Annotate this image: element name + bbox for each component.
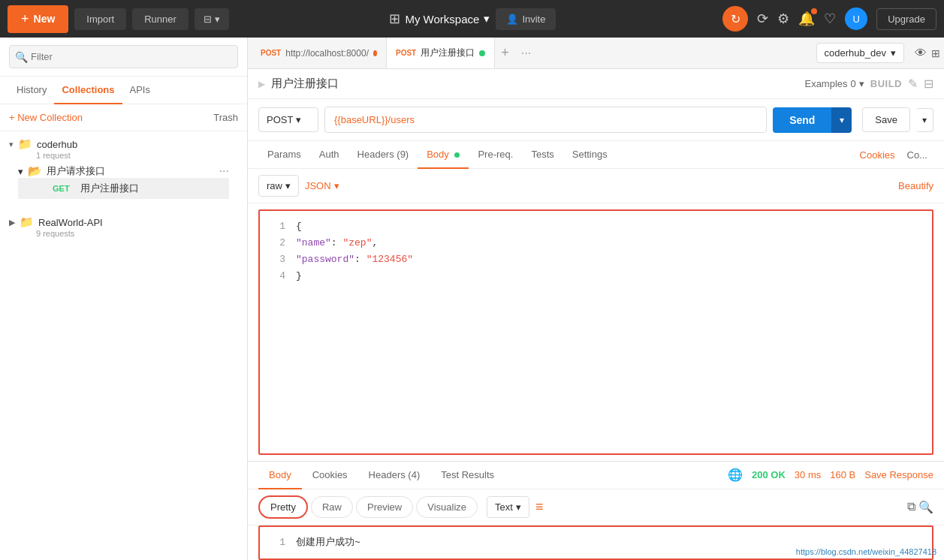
code-line-4: 4 } <box>270 268 921 285</box>
save-dropdown-button[interactable]: ▾ <box>916 108 933 132</box>
code-link[interactable]: Co... <box>901 142 933 168</box>
format-raw-button[interactable]: Raw <box>311 496 353 518</box>
new-button[interactable]: + New <box>8 5 68 33</box>
format-visualize-button[interactable]: Visualize <box>416 496 478 518</box>
workspace-label: My Workspace <box>405 13 479 26</box>
sidebar-tab-collections[interactable]: Collections <box>54 77 122 104</box>
folder-header[interactable]: ▾ 📂 用户请求接口 ··· <box>18 164 229 178</box>
response-time: 30 ms <box>795 469 821 480</box>
tab-more-button[interactable]: ··· <box>515 47 537 60</box>
subfolder-icon: 📂 <box>28 164 42 178</box>
body-area: raw ▾ JSON ▾ Beautify 1 { 2 "name": "zep… <box>248 169 944 461</box>
format-pretty-button[interactable]: Pretty <box>258 495 308 519</box>
satellite-icon-button[interactable]: ⟳ <box>757 11 768 27</box>
request-item[interactable]: GET 用户注册接口 <box>18 178 229 199</box>
invite-label: Invite <box>522 14 545 25</box>
folder-icon-2: 📁 <box>20 215 34 229</box>
examples-button[interactable]: Examples 0 ▾ <box>804 78 864 89</box>
collection-item-coderhub: ▾ 📁 coderhub 1 request ▾ 📂 用户请求接口 ··· <box>0 131 247 209</box>
layout-button[interactable]: ⊟ ▾ <box>195 8 229 30</box>
arrow-icon-2: ▶ <box>9 218 15 227</box>
sidebar: 🔍 History Collections APIs + New Collect… <box>0 38 248 560</box>
settings-icon-button[interactable]: ⚙ <box>777 11 789 27</box>
workspace-icon: ⊞ <box>389 11 400 27</box>
send-dropdown-button[interactable]: ▾ <box>831 107 852 133</box>
body-format-arrow: ▾ <box>285 180 291 191</box>
tab-name-localhost: http://localhost:8000/ <box>285 48 369 59</box>
body-type-select[interactable]: JSON ▾ <box>305 180 339 191</box>
tab-post-localhost[interactable]: POST http://localhost:8000/ <box>252 38 387 68</box>
collection-header-coderhub[interactable]: ▾ 📁 coderhub <box>9 137 238 151</box>
import-button[interactable]: Import <box>74 8 126 30</box>
collection-name-2: RealWorld-API <box>38 217 103 228</box>
tab-name-register: 用户注册接口 <box>421 47 475 59</box>
bell-icon-button[interactable]: 🔔 <box>798 11 815 27</box>
code-editor[interactable]: 1 { 2 "name": "zep", 3 "password": "1234… <box>258 209 933 455</box>
collection-sub-2: 9 requests <box>9 229 238 238</box>
new-collection-button[interactable]: + New Collection <box>9 112 83 123</box>
topbar-icons: ↻ ⟳ ⚙ 🔔 ♡ U Upgrade <box>722 6 936 32</box>
invite-button[interactable]: 👤 Invite <box>496 8 556 30</box>
workspace-button[interactable]: ⊞ My Workspace ▾ <box>389 11 490 27</box>
req-tab-settings[interactable]: Settings <box>563 141 617 169</box>
folder-item: ▾ 📂 用户请求接口 ··· GET 用户注册接口 <box>9 160 238 203</box>
text-type-select[interactable]: Text ▾ <box>487 496 529 518</box>
sidebar-search: 🔍 <box>0 38 247 77</box>
env-selector[interactable]: coderhub_dev ▾ <box>816 43 904 63</box>
folder-icon: 📁 <box>18 137 32 151</box>
req-tab-prereq[interactable]: Pre-req. <box>469 141 522 169</box>
edit-button[interactable]: ✎ <box>908 77 918 91</box>
examples-count: 0 <box>851 78 856 89</box>
req-tab-body[interactable]: Body <box>418 141 469 169</box>
save-response-button[interactable]: Save Response <box>864 469 933 480</box>
send-button[interactable]: Send <box>773 107 831 133</box>
collection-header-realworld[interactable]: ▶ 📁 RealWorld-API <box>9 215 238 229</box>
body-type-arrow: ▾ <box>334 180 339 191</box>
runner-button[interactable]: Runner <box>132 8 188 30</box>
request-header: ▶ 用户注册接口 Examples 0 ▾ BUILD ✎ ⊟ <box>248 69 944 99</box>
search-input[interactable] <box>9 45 238 68</box>
heart-icon-button[interactable]: ♡ <box>824 11 836 27</box>
trash-button[interactable]: Trash <box>213 112 238 123</box>
response-tab-body[interactable]: Body <box>258 462 302 489</box>
beautify-button[interactable]: Beautify <box>898 180 933 191</box>
response-tab-headers[interactable]: Headers (4) <box>358 462 431 489</box>
sidebar-tab-history[interactable]: History <box>9 77 54 104</box>
tab-add-button[interactable]: + <box>495 45 515 61</box>
main-layout: 🔍 History Collections APIs + New Collect… <box>0 38 944 560</box>
format-preview-button[interactable]: Preview <box>356 496 413 518</box>
arrow-icon: ▾ <box>9 140 14 149</box>
wrap-button[interactable]: ≡ <box>532 496 547 518</box>
eye-button[interactable]: 👁 <box>910 47 931 60</box>
req-tab-auth[interactable]: Auth <box>310 141 348 169</box>
content-area: POST http://localhost:8000/ POST 用户注册接口 … <box>248 38 944 560</box>
sidebar-tab-apis[interactable]: APIs <box>122 77 158 104</box>
method-value: POST <box>267 114 293 125</box>
cookies-link[interactable]: Cookies <box>854 142 901 168</box>
folder-left: ▾ 📂 用户请求接口 <box>18 164 105 178</box>
save-button[interactable]: Save <box>862 107 910 132</box>
upgrade-button[interactable]: Upgrade <box>876 8 936 30</box>
response-tab-cookies[interactable]: Cookies <box>302 462 358 489</box>
req-tab-headers[interactable]: Headers (9) <box>348 141 418 169</box>
body-format-select[interactable]: raw ▾ <box>258 175 299 197</box>
copy-response-button[interactable]: ⧉ <box>907 500 915 513</box>
req-tab-tests[interactable]: Tests <box>522 141 562 169</box>
response-tab-test-results[interactable]: Test Results <box>430 462 505 489</box>
folder-more-button[interactable]: ··· <box>219 164 229 178</box>
build-button[interactable]: BUILD <box>870 78 902 89</box>
code-line-2: 2 "name": "zep", <box>270 235 921 251</box>
copy-button[interactable]: ⊟ <box>924 77 933 91</box>
request-arrow: ▶ <box>258 79 265 89</box>
globe-button[interactable]: 🌐 <box>728 468 743 482</box>
avatar-button[interactable]: U <box>845 8 867 30</box>
tab-post-register[interactable]: POST 用户注册接口 <box>387 38 495 68</box>
search-response-button[interactable]: 🔍 <box>918 500 933 514</box>
response-body-toolbar: Pretty Raw Preview Visualize Text ▾ ≡ ⧉ … <box>248 489 944 525</box>
req-tab-params[interactable]: Params <box>258 141 310 169</box>
method-select[interactable]: POST ▾ <box>258 107 318 132</box>
info-button[interactable]: ⊞ <box>931 47 940 59</box>
url-input[interactable] <box>324 107 767 133</box>
search-icon: 🔍 <box>15 51 28 63</box>
refresh-icon-button[interactable]: ↻ <box>722 6 748 32</box>
